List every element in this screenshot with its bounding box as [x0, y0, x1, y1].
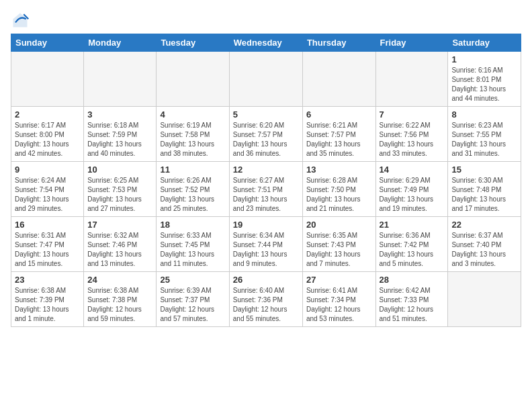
calendar-cell: 3Sunrise: 6:18 AM Sunset: 7:59 PM Daylig… [84, 107, 157, 162]
calendar-cell: 9Sunrise: 6:24 AM Sunset: 7:54 PM Daylig… [11, 162, 84, 217]
day-number: 3 [87, 109, 152, 120]
day-number: 9 [15, 165, 80, 175]
day-number: 5 [233, 109, 299, 120]
day-number: 14 [380, 165, 445, 175]
calendar-week-2: 2Sunrise: 6:17 AM Sunset: 8:00 PM Daylig… [11, 107, 521, 162]
day-info: Sunrise: 6:32 AM Sunset: 7:46 PM Dayligh… [87, 231, 152, 269]
calendar-cell: 12Sunrise: 6:27 AM Sunset: 7:51 PM Dayli… [229, 162, 302, 217]
calendar-cell: 22Sunrise: 6:37 AM Sunset: 7:40 PM Dayli… [448, 217, 521, 272]
day-info: Sunrise: 6:16 AM Sunset: 8:01 PM Dayligh… [451, 66, 517, 103]
calendar-cell [302, 52, 375, 107]
calendar-cell: 1Sunrise: 6:16 AM Sunset: 8:01 PM Daylig… [448, 52, 521, 107]
day-info: Sunrise: 6:36 AM Sunset: 7:42 PM Dayligh… [380, 231, 445, 269]
calendar-cell: 10Sunrise: 6:25 AM Sunset: 7:53 PM Dayli… [84, 162, 157, 217]
calendar-week-4: 16Sunrise: 6:31 AM Sunset: 7:47 PM Dayli… [11, 217, 521, 272]
calendar-cell: 13Sunrise: 6:28 AM Sunset: 7:50 PM Dayli… [302, 162, 375, 217]
day-number: 20 [306, 220, 372, 230]
day-number: 21 [380, 220, 445, 230]
calendar-cell: 18Sunrise: 6:33 AM Sunset: 7:45 PM Dayli… [157, 217, 229, 272]
day-number: 26 [233, 275, 299, 285]
day-info: Sunrise: 6:26 AM Sunset: 7:52 PM Dayligh… [160, 176, 225, 214]
day-number: 1 [451, 54, 517, 64]
day-info: Sunrise: 6:35 AM Sunset: 7:43 PM Dayligh… [306, 231, 372, 269]
day-info: Sunrise: 6:21 AM Sunset: 7:57 PM Dayligh… [306, 121, 372, 158]
weekday-header-saturday: Saturday [448, 34, 521, 52]
day-info: Sunrise: 6:33 AM Sunset: 7:45 PM Dayligh… [160, 231, 225, 269]
calendar-cell: 8Sunrise: 6:23 AM Sunset: 7:55 PM Daylig… [448, 107, 521, 162]
day-number: 23 [15, 275, 80, 285]
calendar-cell: 25Sunrise: 6:39 AM Sunset: 7:37 PM Dayli… [157, 272, 229, 327]
day-number: 24 [87, 275, 152, 285]
day-number: 8 [451, 109, 517, 120]
weekday-header-monday: Monday [84, 34, 157, 52]
day-number: 16 [15, 220, 80, 230]
weekday-header-wednesday: Wednesday [229, 34, 302, 52]
day-info: Sunrise: 6:18 AM Sunset: 7:59 PM Dayligh… [87, 121, 152, 158]
day-info: Sunrise: 6:17 AM Sunset: 8:00 PM Dayligh… [15, 121, 80, 158]
day-number: 2 [15, 109, 80, 120]
weekday-header-sunday: Sunday [11, 34, 84, 52]
day-number: 28 [380, 275, 445, 285]
calendar-cell: 4Sunrise: 6:19 AM Sunset: 7:58 PM Daylig… [157, 107, 229, 162]
calendar-cell: 26Sunrise: 6:40 AM Sunset: 7:36 PM Dayli… [229, 272, 302, 327]
calendar-cell: 28Sunrise: 6:42 AM Sunset: 7:33 PM Dayli… [375, 272, 448, 327]
calendar-cell [448, 272, 521, 327]
day-info: Sunrise: 6:27 AM Sunset: 7:51 PM Dayligh… [233, 176, 299, 214]
day-number: 6 [306, 109, 372, 120]
day-number: 7 [380, 109, 445, 120]
calendar-cell: 11Sunrise: 6:26 AM Sunset: 7:52 PM Dayli… [157, 162, 229, 217]
logo-icon [11, 11, 30, 30]
day-info: Sunrise: 6:39 AM Sunset: 7:37 PM Dayligh… [160, 286, 225, 324]
day-number: 4 [160, 109, 225, 120]
day-number: 11 [160, 165, 225, 175]
page-header [11, 11, 521, 30]
day-number: 17 [87, 220, 152, 230]
weekday-header-tuesday: Tuesday [157, 34, 229, 52]
day-number: 27 [306, 275, 372, 285]
day-info: Sunrise: 6:38 AM Sunset: 7:39 PM Dayligh… [15, 286, 80, 324]
calendar-cell: 14Sunrise: 6:29 AM Sunset: 7:49 PM Dayli… [375, 162, 448, 217]
calendar-cell: 5Sunrise: 6:20 AM Sunset: 7:57 PM Daylig… [229, 107, 302, 162]
day-number: 19 [233, 220, 299, 230]
calendar-cell: 7Sunrise: 6:22 AM Sunset: 7:56 PM Daylig… [375, 107, 448, 162]
day-info: Sunrise: 6:24 AM Sunset: 7:54 PM Dayligh… [15, 176, 80, 214]
day-number: 12 [233, 165, 299, 175]
calendar-cell: 19Sunrise: 6:34 AM Sunset: 7:44 PM Dayli… [229, 217, 302, 272]
calendar-cell [84, 52, 157, 107]
day-info: Sunrise: 6:34 AM Sunset: 7:44 PM Dayligh… [233, 231, 299, 269]
calendar-cell: 21Sunrise: 6:36 AM Sunset: 7:42 PM Dayli… [375, 217, 448, 272]
day-info: Sunrise: 6:29 AM Sunset: 7:49 PM Dayligh… [380, 176, 445, 214]
weekday-header-friday: Friday [375, 34, 448, 52]
weekday-header-thursday: Thursday [302, 34, 375, 52]
day-info: Sunrise: 6:25 AM Sunset: 7:53 PM Dayligh… [87, 176, 152, 214]
weekday-header-row: SundayMondayTuesdayWednesdayThursdayFrid… [11, 34, 521, 52]
day-info: Sunrise: 6:22 AM Sunset: 7:56 PM Dayligh… [380, 121, 445, 158]
day-number: 25 [160, 275, 225, 285]
day-info: Sunrise: 6:20 AM Sunset: 7:57 PM Dayligh… [233, 121, 299, 158]
day-info: Sunrise: 6:23 AM Sunset: 7:55 PM Dayligh… [451, 121, 517, 158]
day-info: Sunrise: 6:28 AM Sunset: 7:50 PM Dayligh… [306, 176, 372, 214]
calendar-cell: 20Sunrise: 6:35 AM Sunset: 7:43 PM Dayli… [302, 217, 375, 272]
calendar-cell: 6Sunrise: 6:21 AM Sunset: 7:57 PM Daylig… [302, 107, 375, 162]
day-number: 13 [306, 165, 372, 175]
day-number: 22 [451, 220, 517, 230]
calendar-cell [157, 52, 229, 107]
calendar-cell [11, 52, 84, 107]
day-info: Sunrise: 6:38 AM Sunset: 7:38 PM Dayligh… [87, 286, 152, 324]
day-info: Sunrise: 6:31 AM Sunset: 7:47 PM Dayligh… [15, 231, 80, 269]
calendar-week-3: 9Sunrise: 6:24 AM Sunset: 7:54 PM Daylig… [11, 162, 521, 217]
day-number: 15 [451, 165, 517, 175]
calendar-cell [229, 52, 302, 107]
calendar-cell: 16Sunrise: 6:31 AM Sunset: 7:47 PM Dayli… [11, 217, 84, 272]
calendar-table: SundayMondayTuesdayWednesdayThursdayFrid… [11, 34, 521, 327]
day-info: Sunrise: 6:37 AM Sunset: 7:40 PM Dayligh… [451, 231, 517, 269]
calendar-cell: 24Sunrise: 6:38 AM Sunset: 7:38 PM Dayli… [84, 272, 157, 327]
calendar-cell: 17Sunrise: 6:32 AM Sunset: 7:46 PM Dayli… [84, 217, 157, 272]
calendar-week-1: 1Sunrise: 6:16 AM Sunset: 8:01 PM Daylig… [11, 52, 521, 107]
calendar-cell [375, 52, 448, 107]
day-number: 10 [87, 165, 152, 175]
calendar-cell: 15Sunrise: 6:30 AM Sunset: 7:48 PM Dayli… [448, 162, 521, 217]
calendar-cell: 27Sunrise: 6:41 AM Sunset: 7:34 PM Dayli… [302, 272, 375, 327]
calendar-cell: 2Sunrise: 6:17 AM Sunset: 8:00 PM Daylig… [11, 107, 84, 162]
calendar-week-5: 23Sunrise: 6:38 AM Sunset: 7:39 PM Dayli… [11, 272, 521, 327]
